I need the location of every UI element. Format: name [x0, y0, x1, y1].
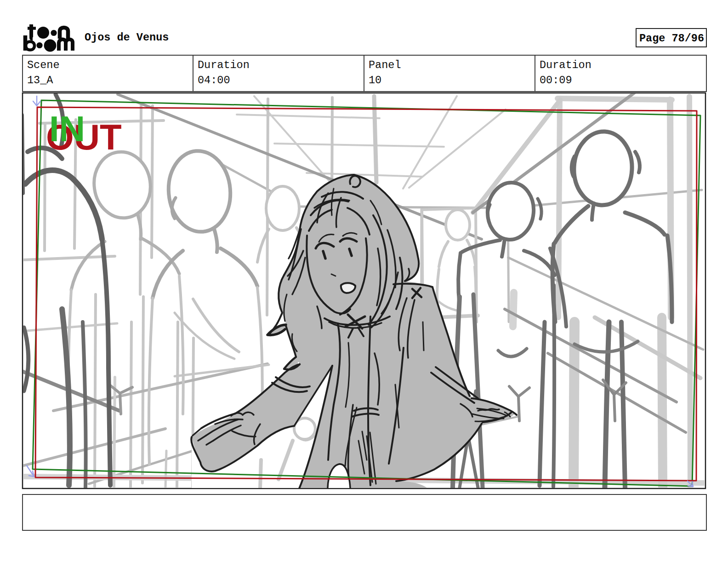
svg-text:IN: IN [49, 109, 85, 149]
